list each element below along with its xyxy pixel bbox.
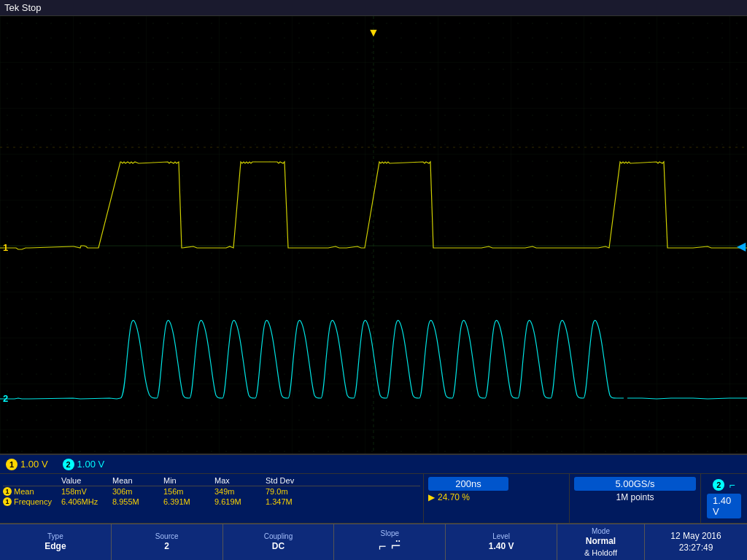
scope-screen: 1 2 ▼ ◀	[0, 16, 747, 475]
ch1-number: 1	[6, 459, 18, 470]
sample-rate: 5.00GS/s	[574, 477, 696, 491]
scope-right-arrow: ◀	[737, 239, 746, 253]
button-row: Type Edge Source 2 Coupling DC Slope ⌐ ⌐…	[0, 524, 747, 560]
slope-button[interactable]: Slope ⌐ ⌐̈	[334, 524, 446, 560]
title-text: Tek Stop	[4, 2, 42, 13]
bottom-bar: 1 1.00 V 2 1.00 V Value Mean Min Max Std…	[0, 454, 747, 560]
type-button[interactable]: Type Edge	[0, 524, 112, 560]
sample-points: 1M points	[574, 492, 696, 502]
ch1-scale-badge: 1 1.00 V	[6, 459, 48, 470]
ch2-number: 2	[63, 459, 74, 470]
ch2-trig-badge: 2 ⌐	[713, 479, 735, 491]
measurements-section: Value Mean Min Max Std Dev 1 Mean 158mV …	[0, 474, 747, 524]
datetime-display: 12 May 2016 23:27:49	[645, 524, 747, 560]
measurements-table: Value Mean Min Max Std Dev 1 Mean 158mV …	[0, 474, 423, 523]
date-text: 12 May 2016	[670, 531, 721, 542]
meas-header: Value Mean Min Max Std Dev	[3, 475, 420, 486]
sample-section: 5.00GS/s 1M points	[569, 474, 700, 523]
level-button[interactable]: Level 1.40 V	[446, 524, 557, 560]
ch1-scale-value: 1.00 V	[20, 459, 48, 470]
scale-row: 1 1.00 V 2 1.00 V	[0, 454, 747, 474]
grid	[0, 16, 747, 475]
trigger-pct: ▶ 24.70 %	[428, 492, 565, 502]
ch1-label: 1	[3, 242, 8, 253]
ch2-label: 2	[3, 393, 8, 404]
meas-ch1-dot2: 1	[3, 497, 12, 506]
timebase-section: 200ns ▶ 24.70 %	[423, 474, 569, 523]
trig-voltage: 1.40 V	[707, 494, 741, 518]
meas-row-freq: 1 Frequency 6.406MHz 8.955M 6.391M 9.619…	[3, 497, 420, 507]
ch2-scale-value: 1.00 V	[77, 459, 105, 470]
source-button[interactable]: Source 2	[112, 524, 223, 560]
trigger-marker: ▼	[368, 26, 379, 39]
mode-sub: & Holdoff	[584, 548, 617, 558]
title-bar: Tek Stop	[0, 0, 747, 16]
mode-button[interactable]: Mode Normal & Holdoff	[557, 524, 645, 560]
slope-icon: ⌐	[729, 479, 735, 491]
coupling-button[interactable]: Coupling DC	[223, 524, 335, 560]
ch2-scale-badge: 2 1.00 V	[63, 459, 105, 470]
ch2-trigger-section: 2 ⌐ 1.40 V	[700, 474, 747, 523]
meas-ch1-dot: 1	[3, 487, 12, 496]
time-text: 23:27:49	[679, 542, 713, 554]
time-div-badge: 200ns	[428, 477, 508, 491]
meas-row-mean: 1 Mean 158mV 306m 156m 349m 79.0m	[3, 486, 420, 497]
ch2-trig-num: 2	[713, 479, 724, 491]
slope-icon: ⌐ ⌐̈	[379, 538, 401, 555]
